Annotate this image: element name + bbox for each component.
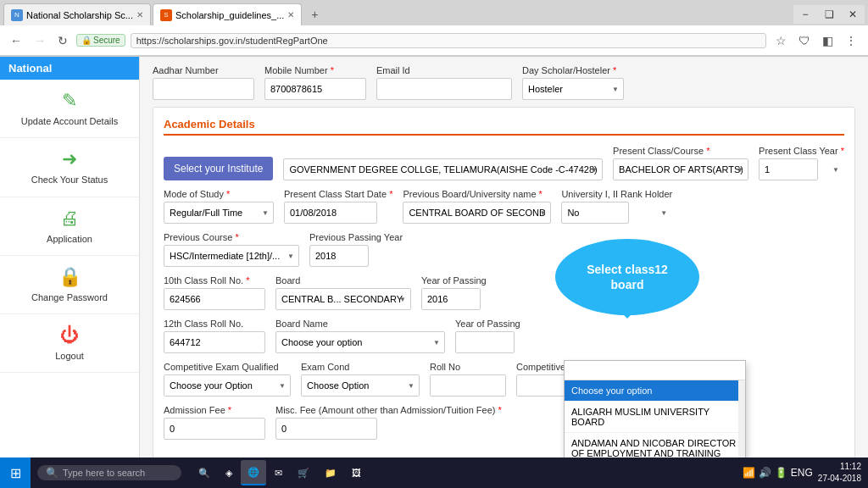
row-10th: 10th Class Roll No. * Board CENTRAL B...…	[164, 275, 844, 310]
battery-icon[interactable]: 🔋	[775, 467, 787, 479]
taskbar-item-search[interactable]: 🔍	[192, 460, 217, 485]
board-10th-select[interactable]: CENTRAL B... SECONDARY EDU...	[275, 288, 411, 310]
prev-board-select[interactable]: CENTRAL BOARD OF SECONDARY EDU...	[403, 202, 551, 224]
start-button[interactable]: ⊞	[0, 458, 31, 488]
row-prev-course: Previous Course * HSC/Intermediate [12th…	[164, 232, 844, 267]
roll-10th-input[interactable]	[164, 288, 265, 310]
univ-rank-label: University I, II Rank Holder	[561, 189, 672, 199]
board-12th-label: Board Name	[275, 319, 445, 329]
group-roll-no: Roll No	[430, 362, 506, 396]
tab-1[interactable]: N National Scholarship Sc... ✕	[3, 3, 151, 25]
sidebar-item-check-status[interactable]: ➜ Check Your Status	[0, 138, 139, 197]
sidebar-item-print-application[interactable]: 🖨 Application	[0, 197, 139, 256]
url-input[interactable]	[131, 33, 766, 48]
exam-cond-wrapper: Choose Option	[301, 374, 420, 396]
board-12th-select[interactable]: Choose your option	[275, 331, 445, 353]
secure-label: Secure	[93, 36, 120, 45]
institute-select-wrapper: GOVERNMENT DEGREE COLLGE, TELIAMURA(AISH…	[283, 158, 603, 180]
passing-10th-label: Year of Passing	[421, 275, 487, 286]
roll-12th-input[interactable]	[164, 331, 265, 353]
minimize-button[interactable]: −	[793, 5, 817, 24]
lock-icon-sidebar: 🔒	[58, 266, 81, 288]
refresh-button[interactable]: ↻	[54, 32, 71, 49]
dropdown-option-0[interactable]: Choose your option	[565, 380, 745, 402]
misc-fee-input[interactable]	[275, 418, 377, 440]
misc-fee-label: Misc. Fee (Amount other than Admission/T…	[275, 405, 502, 415]
sidebar-label-print: Application	[47, 233, 92, 245]
row-basic-info: Aadhar Number Mobile Number * Email Id D…	[153, 65, 855, 100]
exam-cond-select[interactable]: Choose Option	[301, 374, 420, 396]
menu-button[interactable]: ⋮	[841, 32, 861, 49]
volume-icon[interactable]: 🔊	[759, 467, 771, 479]
sidebar-label-update: Update Account Details	[21, 115, 118, 127]
board-10th-label: Board	[275, 275, 411, 286]
back-button[interactable]: ←	[7, 32, 25, 49]
star-button[interactable]: ☆	[771, 32, 791, 49]
sidebar: National ✎ Update Account Details ➜ Chec…	[0, 57, 140, 488]
language-indicator: ENG	[791, 467, 813, 479]
tab-1-close[interactable]: ✕	[136, 10, 143, 19]
taskbar-item-mail[interactable]: ✉	[268, 460, 289, 485]
row-institute: Select your Institute GOVERNMENT DEGREE …	[164, 146, 844, 180]
tab-2-close[interactable]: ✕	[287, 10, 294, 19]
roll-no-input[interactable]	[430, 374, 506, 396]
group-comp-exam: Competitive Exam Qualified Choose your O…	[164, 362, 291, 396]
new-tab-button[interactable]: +	[303, 3, 326, 25]
folder-icon: 📁	[325, 468, 337, 479]
prev-passing-input[interactable]	[309, 245, 369, 267]
group-mode: Mode of Study * Regular/Full Time	[164, 189, 274, 224]
maximize-button[interactable]: ❑	[817, 5, 841, 24]
class-year-select[interactable]: 1	[759, 158, 818, 180]
group-institute-value: GOVERNMENT DEGREE COLLGE, TELIAMURA(AISH…	[283, 158, 603, 180]
passing-12th-input[interactable]	[455, 331, 515, 353]
group-present-class: Present Class/Course * BACHELOR OF ARTS(…	[613, 146, 748, 180]
sidebar-item-update-account[interactable]: ✎ Update Account Details	[0, 80, 139, 138]
group-prev-passing: Previous Passing Year	[309, 232, 403, 267]
taskbar-search-input[interactable]	[63, 468, 173, 478]
group-email: Email Id	[376, 65, 512, 100]
secure-badge: 🔒 Secure	[76, 34, 125, 47]
comp-exam-select[interactable]: Choose your Option	[164, 374, 291, 396]
passing-10th-input[interactable]	[421, 288, 481, 310]
taskbar-items: 🔍 ◈ 🌐 ✉ 🛒 📁 🖼	[188, 460, 736, 485]
univ-rank-select[interactable]: No	[561, 202, 629, 224]
dropdown-option-1[interactable]: ALIGARH MUSLIM UNIVERSITY BOARD	[565, 402, 745, 433]
mobile-input[interactable]	[264, 78, 366, 100]
sidebar-label-password: Change Password	[31, 291, 108, 303]
close-button[interactable]: ✕	[841, 5, 865, 24]
tab-1-label: National Scholarship Sc...	[26, 10, 133, 20]
group-roll-10th: 10th Class Roll No. *	[164, 275, 265, 310]
mobile-required: *	[331, 65, 334, 75]
institute-select[interactable]: GOVERNMENT DEGREE COLLGE, TELIAMURA(AISH…	[283, 158, 603, 180]
taskbar-item-explorer[interactable]: 📁	[318, 460, 343, 485]
day-scholar-select[interactable]: Hosteler	[522, 78, 624, 100]
taskbar-item-store[interactable]: 🛒	[291, 460, 316, 485]
dropdown-search-input[interactable]	[565, 361, 745, 380]
taskbar-item-photos[interactable]: 🖼	[345, 460, 368, 485]
network-icon[interactable]: 📶	[743, 467, 755, 479]
cortana-icon: ◈	[225, 468, 232, 479]
forward-button[interactable]: →	[31, 32, 49, 49]
start-date-input[interactable]	[284, 202, 377, 224]
mobile-label: Mobile Number *	[264, 65, 366, 75]
mode-label: Mode of Study *	[164, 189, 274, 199]
sidebar-item-change-password[interactable]: 🔒 Change Password	[0, 256, 139, 314]
taskbar-item-cortana[interactable]: ◈	[219, 460, 239, 485]
prev-course-select[interactable]: HSC/Intermediate [12th]/...	[164, 245, 299, 267]
prev-course-wrapper: HSC/Intermediate [12th]/...	[164, 245, 299, 267]
email-input[interactable]	[376, 78, 512, 100]
admission-fee-input[interactable]	[164, 418, 265, 440]
sidebar-item-logout[interactable]: ⏻ Logout	[0, 314, 139, 373]
shield-button[interactable]: 🛡	[794, 32, 815, 49]
mode-select[interactable]: Regular/Full Time	[164, 202, 274, 224]
roll-10th-label: 10th Class Roll No. *	[164, 275, 265, 286]
taskbar-item-browser[interactable]: 🌐	[241, 460, 266, 485]
tab-2[interactable]: S Scholarship_guidelines_... ✕	[153, 3, 302, 25]
mode-wrapper: Regular/Full Time	[164, 202, 274, 224]
select-institute-button[interactable]: Select your Institute	[164, 157, 273, 180]
aadhar-label: Aadhar Number	[153, 65, 254, 75]
present-class-select[interactable]: BACHELOR OF ARTS(ARTS)	[613, 158, 748, 180]
aadhar-input[interactable]	[153, 78, 254, 100]
extension-button[interactable]: ◧	[818, 32, 837, 49]
logout-icon: ⏻	[60, 324, 79, 347]
